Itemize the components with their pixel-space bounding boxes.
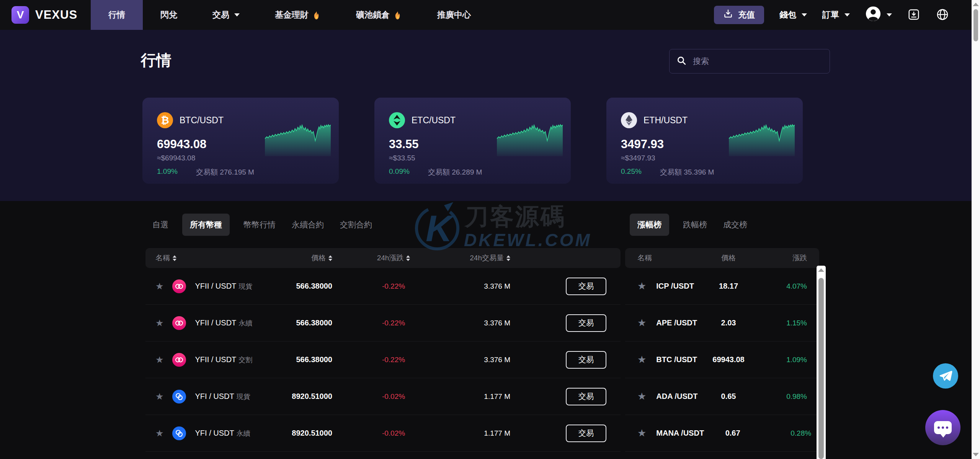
volume-value: 3.376 M <box>484 319 510 327</box>
globe-icon <box>936 8 949 23</box>
column-header-volume24h[interactable]: 24h交易量 <box>470 253 510 263</box>
nav-item-market[interactable]: 行情 <box>91 0 143 30</box>
rank-table-scrollbar[interactable] <box>817 266 826 459</box>
column-header-change24h[interactable]: 24h漲跌 <box>377 253 410 263</box>
favorite-star-icon[interactable]: ★ <box>637 390 646 402</box>
volume-value: 1.177 M <box>484 392 510 401</box>
orders-menu[interactable]: 訂單 <box>822 9 850 21</box>
favorite-star-icon[interactable]: ★ <box>637 280 646 292</box>
ticker-card-btc[interactable]: ₿BTC/USDT69943.08≈$69943.081.09%交易額 276.… <box>142 98 339 184</box>
market-type-label: 永續 <box>237 430 250 437</box>
nav-item-trade[interactable]: 交易 <box>195 0 257 30</box>
pair-label: YFI / USDT現貨 <box>195 392 250 401</box>
search-input[interactable] <box>692 56 823 66</box>
favorite-star-icon[interactable]: ★ <box>155 354 164 365</box>
deposit-button[interactable]: 充值 <box>714 6 764 24</box>
chat-support-button[interactable] <box>925 410 960 445</box>
favorite-star-icon[interactable]: ★ <box>637 317 646 329</box>
vexus-logo-icon: V <box>11 6 29 24</box>
price-value: 0.67 <box>725 429 740 438</box>
yfii-icon <box>172 279 186 293</box>
trade-button[interactable]: 交易 <box>566 351 606 369</box>
rank-tab-losers[interactable]: 跌幅榜 <box>681 214 709 236</box>
favorite-star-icon[interactable]: ★ <box>155 428 164 439</box>
tab-all-coins[interactable]: 所有幣種 <box>182 214 230 236</box>
app-download-button[interactable] <box>907 8 920 22</box>
sort-icon[interactable] <box>506 255 510 261</box>
market-type-label: 永續 <box>238 319 252 327</box>
language-button[interactable] <box>936 8 949 23</box>
sort-icon[interactable] <box>406 255 410 261</box>
rank-tab-gainers[interactable]: 漲幅榜 <box>630 214 669 236</box>
pair-label: YFI / USDT永續 <box>195 429 250 438</box>
market-row[interactable]: ★YFII / USDT交割566.38000-0.22%3.376 M交易 <box>145 341 621 378</box>
account-menu[interactable] <box>865 6 892 24</box>
scrollbar-thumb[interactable] <box>973 9 978 41</box>
wallet-menu[interactable]: 錢包 <box>779 9 807 21</box>
rank-row[interactable]: ★MANA /USDT0.670.28% <box>625 415 819 452</box>
rank-table-header: 名稱價格漲跌 <box>625 248 819 268</box>
fire-icon <box>312 10 321 20</box>
chevron-down-icon <box>887 13 892 16</box>
favorite-star-icon[interactable]: ★ <box>637 427 646 439</box>
search-icon <box>676 56 686 67</box>
trade-button[interactable]: 交易 <box>566 278 606 295</box>
favorite-star-icon[interactable]: ★ <box>155 391 164 402</box>
sort-icon[interactable] <box>328 255 332 261</box>
rank-row[interactable]: ★APE /USDT2.031.15% <box>625 305 819 341</box>
favorite-star-icon[interactable]: ★ <box>155 318 164 328</box>
tab-favorites[interactable]: 自選 <box>150 214 171 236</box>
favorite-star-icon[interactable]: ★ <box>637 354 646 366</box>
ticker-card-etc[interactable]: ETC/USDT33.55≈$33.550.09%交易額 26.289 M <box>374 98 571 184</box>
rank-table-body: ★ICP /USDT18.174.07%★APE /USDT2.031.15%★… <box>625 268 819 452</box>
tab-spot-market[interactable]: 幣幣行情 <box>241 214 278 236</box>
chat-bubble-icon <box>934 421 952 434</box>
change-value: -0.22% <box>382 282 405 291</box>
brand[interactable]: V VEXUS <box>0 0 91 30</box>
tab-perpetual[interactable]: 永續合約 <box>289 214 326 236</box>
pair-label: MANA /USDT <box>656 429 704 438</box>
market-row[interactable]: ★YFII / USDT現貨566.38000-0.22%3.376 M交易 <box>145 268 621 305</box>
nav-item-mining-lock[interactable]: 礦池鎖倉 <box>338 0 420 30</box>
nav-item-flash-swap[interactable]: 閃兌 <box>143 0 195 30</box>
scroll-up-arrow[interactable] <box>818 268 824 272</box>
ticker-card-eth[interactable]: ETH/USDT3497.93≈$3497.930.25%交易額 35.396 … <box>606 98 803 184</box>
search-box[interactable] <box>669 49 830 74</box>
volume-value: 3.376 M <box>484 282 510 291</box>
sort-icon[interactable] <box>173 255 176 261</box>
volume-value: 3.376 M <box>484 356 510 364</box>
chevron-down-icon <box>802 13 807 16</box>
trade-button[interactable]: 交易 <box>566 388 606 405</box>
market-row[interactable]: ★YFI / USDT永續8920.51000-0.02%1.177 M交易 <box>145 415 621 452</box>
volume: 交易額 26.289 M <box>428 167 482 177</box>
change-value: 0.28% <box>791 429 811 438</box>
column-header-name[interactable]: 名稱 <box>155 253 260 263</box>
market-table: 名稱價格24h漲跌24h交易量 ★YFII / USDT現貨566.38000-… <box>145 248 621 452</box>
price-value: 8920.51000 <box>292 392 332 401</box>
price-value: 566.38000 <box>296 319 332 327</box>
tab-delivery[interactable]: 交割合約 <box>338 214 374 236</box>
trade-button[interactable]: 交易 <box>566 314 606 332</box>
market-section: 自選所有幣種幣幣行情永續合約交割合約 漲幅榜跌幅榜成交榜 名稱價格24h漲跌24… <box>0 201 980 459</box>
rank-row[interactable]: ★ADA /USDT0.650.98% <box>625 378 819 415</box>
rank-row[interactable]: ★ICP /USDT18.174.07% <box>625 268 819 305</box>
page-scrollbar[interactable] <box>972 0 980 459</box>
chevron-down-icon <box>844 13 850 16</box>
yfi-icon <box>172 426 186 440</box>
scroll-down-arrow[interactable] <box>973 453 979 456</box>
market-row[interactable]: ★YFII / USDT永續566.38000-0.22%3.376 M交易 <box>145 305 621 341</box>
navbar: V VEXUS 行情閃兌交易基金理財礦池鎖倉推廣中心 充值 錢包 訂單 <box>0 0 980 30</box>
column-header-price[interactable]: 價格 <box>311 253 332 263</box>
trade-button[interactable]: 交易 <box>566 425 606 442</box>
rank-tab-volume[interactable]: 成交榜 <box>721 214 750 236</box>
scroll-up-arrow[interactable] <box>973 3 979 6</box>
favorite-star-icon[interactable]: ★ <box>155 281 164 292</box>
market-table-header: 名稱價格24h漲跌24h交易量 <box>145 248 621 268</box>
volume: 交易額 35.396 M <box>660 167 714 177</box>
telegram-button[interactable] <box>933 363 958 389</box>
rank-row[interactable]: ★BTC /USDT69943.081.09% <box>625 341 819 378</box>
market-row[interactable]: ★YFI / USDT現貨8920.51000-0.02%1.177 M交易 <box>145 378 621 415</box>
scrollbar-thumb[interactable] <box>818 278 824 459</box>
nav-item-promotion[interactable]: 推廣中心 <box>420 0 488 30</box>
nav-item-fund[interactable]: 基金理財 <box>257 0 338 30</box>
